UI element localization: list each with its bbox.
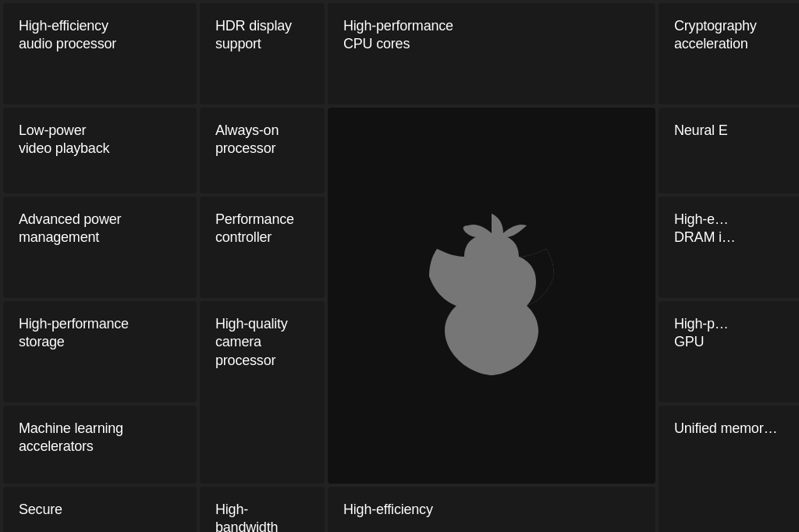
apple-logo-icon [421, 214, 562, 378]
cell-hdr-display-label: HDR display support [215, 17, 309, 54]
cell-high-efficiency-audio: High-efficiencyaudio processor [3, 3, 197, 105]
cell-unified-memory: Unified memor… [659, 406, 799, 532]
cell-advanced-power: Advanced powermanagement [3, 197, 197, 298]
cell-hdr-display: HDR display support [200, 3, 325, 105]
cell-ml-accelerators: Machine learningaccelerators [3, 406, 197, 484]
cell-neural: Neural E [659, 108, 799, 193]
cell-high-efficiency-audio-label: High-efficiencyaudio processor [19, 17, 116, 54]
cell-high-quality-camera: High-qualitycameraprocessor [200, 301, 325, 484]
cell-high-perf-gpu-label: High-p…GPU [674, 315, 729, 352]
cell-high-perf-gpu: High-p…GPU [659, 301, 799, 403]
cell-high-efficiency-dram: High-e…DRAM i… [659, 197, 799, 298]
cell-performance-controller: Performancecontroller [200, 197, 325, 298]
cell-high-efficiency-bottom: High-efficiency [328, 487, 655, 532]
cell-high-perf-storage: High-performancestorage [3, 301, 197, 403]
cell-secure: Secure [3, 487, 197, 532]
cell-unified-memory-label: Unified memor… [674, 420, 777, 438]
cell-high-quality-camera-label: High-qualitycameraprocessor [215, 315, 288, 370]
cell-always-on-label: Always-onprocessor [215, 122, 279, 158]
cell-high-perf-storage-label: High-performancestorage [19, 315, 129, 352]
cell-high-perf-cpu-label: High-performanceCPU cores [343, 17, 453, 54]
cell-always-on: Always-onprocessor [200, 108, 325, 193]
cell-high-bandwidth: High-bandwidth [200, 487, 325, 532]
cell-ml-accelerators-label: Machine learningaccelerators [19, 420, 123, 456]
cell-low-power-video: Low-powervideo playback [3, 108, 197, 193]
cell-cryptography-label: Cryptographyacceleration [674, 17, 757, 54]
cell-neural-label: Neural E [674, 122, 727, 140]
apple-logo-cell [328, 108, 655, 484]
chip-diagram: High-efficiencyaudio processor HDR displ… [0, 0, 799, 532]
cell-performance-controller-label: Performancecontroller [215, 211, 294, 247]
cell-low-power-video-label: Low-powervideo playback [19, 122, 109, 158]
cell-secure-label: Secure [19, 501, 62, 519]
cell-high-efficiency-bottom-label: High-efficiency [343, 501, 433, 519]
cell-high-perf-cpu: High-performanceCPU cores [328, 3, 655, 105]
cell-advanced-power-label: Advanced powermanagement [19, 211, 121, 247]
cell-high-efficiency-dram-label: High-e…DRAM i… [674, 211, 736, 247]
cell-cryptography: Cryptographyacceleration [659, 3, 799, 105]
cell-high-bandwidth-label: High-bandwidth [215, 501, 309, 532]
